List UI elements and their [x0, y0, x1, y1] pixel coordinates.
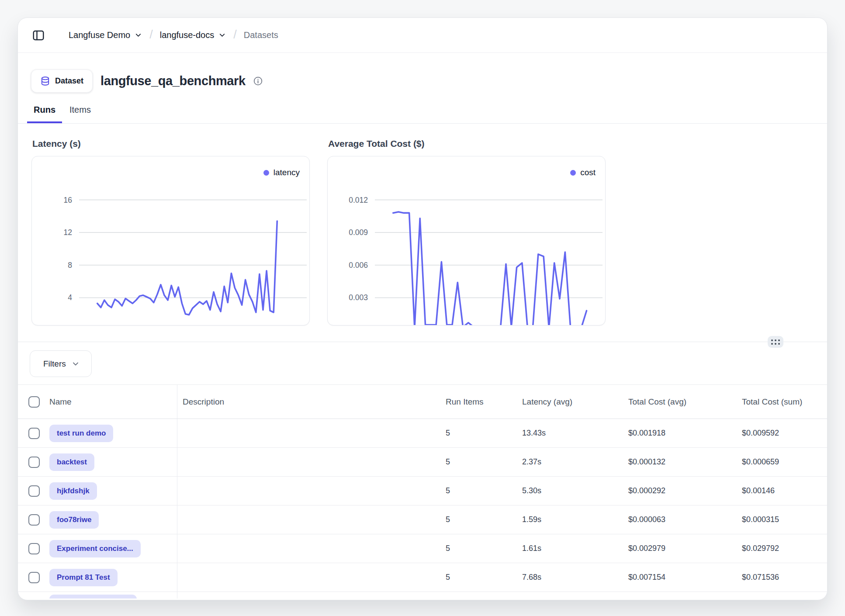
dataset-type-badge: Dataset: [31, 69, 93, 93]
run-total-cost-avg: $0.001918: [628, 429, 742, 438]
run-latency-avg: 1.59s: [522, 515, 628, 524]
charts-section: Latency (s) 161284 latency Average Total…: [18, 124, 827, 325]
breadcrumb-org-label: Langfuse Demo: [69, 30, 130, 40]
run-latency-avg: 5.30s: [522, 486, 628, 495]
svg-text:8: 8: [68, 261, 72, 270]
run-latency-avg: 7.68s: [522, 573, 628, 582]
run-total-cost-sum: $0.000659: [742, 457, 827, 467]
run-name-cell: [18, 592, 177, 599]
svg-text:4: 4: [68, 293, 72, 302]
tab-bar: Runs Items: [18, 105, 827, 124]
latency-chart-block: Latency (s) 161284 latency: [31, 138, 310, 325]
latency-chart-plot: 161284: [32, 156, 309, 325]
svg-text:12: 12: [64, 228, 72, 237]
table-row: foo78riwe51.59s$0.000063$0.000315: [18, 505, 827, 534]
run-total-cost-avg: $0.000132: [628, 457, 742, 467]
breadcrumb: Langfuse Demo / langfuse-docs / Datasets: [69, 28, 278, 42]
row-checkbox[interactable]: [28, 428, 40, 439]
legend-dot-icon: [570, 170, 576, 176]
dataset-badge-label: Dataset: [55, 76, 83, 86]
svg-text:0.006: 0.006: [349, 261, 368, 270]
filters-button[interactable]: Filters: [30, 350, 92, 377]
dataset-title-row: Dataset langfuse_qa_benchmark: [18, 53, 827, 93]
filters-row: Filters: [18, 350, 827, 377]
table-row: [18, 592, 827, 599]
run-name-badge[interactable]: test run demo: [49, 425, 113, 442]
run-latency-avg: 2.37s: [522, 457, 628, 467]
breadcrumb-project-label: langfuse-docs: [160, 30, 215, 40]
run-total-cost-avg: $0.000292: [628, 486, 742, 495]
tab-runs[interactable]: Runs: [27, 105, 62, 123]
run-name-cell: test run demo: [18, 419, 177, 447]
svg-text:0.003: 0.003: [349, 293, 368, 302]
filters-button-label: Filters: [43, 359, 66, 369]
run-name-badge[interactable]: hjkfdshjk: [49, 482, 97, 500]
svg-text:0.009: 0.009: [349, 228, 368, 237]
grip-dots-icon: [771, 339, 780, 345]
run-name-badge[interactable]: backtest: [49, 453, 94, 471]
breadcrumb-project[interactable]: langfuse-docs: [160, 30, 227, 40]
tab-items[interactable]: Items: [63, 105, 97, 123]
cost-chart-card: 0.0120.0090.0060.003 cost: [327, 156, 606, 325]
top-bar: Langfuse Demo / langfuse-docs / Datasets: [18, 18, 827, 53]
table-row: backtest52.37s$0.000132$0.000659: [18, 448, 827, 477]
run-items-count: 5: [446, 429, 522, 438]
breadcrumb-datasets[interactable]: Datasets: [244, 30, 278, 40]
legend-label: latency: [274, 168, 300, 177]
latency-chart-title: Latency (s): [32, 138, 310, 149]
cost-chart-title: Average Total Cost ($): [328, 138, 606, 149]
run-total-cost-avg: $0.000063: [628, 515, 742, 524]
chevron-down-icon: [71, 360, 80, 368]
table-row: Prompt 81 Test57.68s$0.007154$0.071536: [18, 563, 827, 592]
breadcrumb-separator: /: [233, 28, 237, 42]
run-total-cost-sum: $0.029792: [742, 544, 827, 553]
run-name-cell: Prompt 81 Test: [18, 563, 177, 592]
column-header-name: Name: [18, 385, 177, 419]
row-checkbox[interactable]: [28, 543, 40, 554]
run-total-cost-sum: $0.071536: [742, 573, 827, 582]
run-name-badge[interactable]: [49, 595, 137, 599]
database-icon: [40, 76, 50, 86]
table-row: Experiment concise...51.61s$0.002979$0.0…: [18, 534, 827, 563]
panel-divider: [18, 342, 827, 342]
run-name-badge[interactable]: Prompt 81 Test: [49, 569, 118, 586]
breadcrumb-datasets-label: Datasets: [244, 30, 278, 40]
table-header-row: Name Description Run Items Latency (avg)…: [18, 385, 827, 419]
run-name-cell: Experiment concise...: [18, 534, 177, 563]
app-window: Langfuse Demo / langfuse-docs / Datasets…: [17, 17, 828, 600]
sidebar-toggle-icon[interactable]: [32, 29, 45, 42]
column-header-total-cost-sum: Total Cost (sum): [742, 397, 827, 407]
run-items-count: 5: [446, 457, 522, 467]
cost-chart-legend: cost: [570, 168, 596, 177]
run-name-cell: hjkfdshjk: [18, 477, 177, 505]
run-name-badge[interactable]: foo78riwe: [49, 511, 99, 529]
latency-chart-legend: latency: [263, 168, 300, 177]
run-name-cell: foo78riwe: [18, 505, 177, 534]
runs-table: Name Description Run Items Latency (avg)…: [18, 384, 827, 599]
breadcrumb-org[interactable]: Langfuse Demo: [69, 30, 142, 40]
run-latency-avg: 1.61s: [522, 544, 628, 553]
info-icon[interactable]: [253, 76, 263, 86]
svg-text:16: 16: [64, 196, 72, 204]
select-all-checkbox[interactable]: [28, 396, 40, 408]
page-title: langfuse_qa_benchmark: [100, 74, 246, 88]
column-header-run-items: Run Items: [446, 397, 522, 407]
chevron-down-icon: [134, 31, 142, 39]
row-checkbox[interactable]: [28, 457, 40, 468]
row-checkbox[interactable]: [28, 485, 40, 497]
table-row: hjkfdshjk55.30s$0.000292$0.00146: [18, 477, 827, 505]
chevron-down-icon: [218, 31, 226, 39]
row-checkbox[interactable]: [28, 572, 40, 583]
row-checkbox[interactable]: [28, 514, 40, 526]
run-total-cost-avg: $0.007154: [628, 573, 742, 582]
legend-dot-icon: [263, 170, 269, 176]
run-total-cost-sum: $0.000315: [742, 515, 827, 524]
cost-chart-block: Average Total Cost ($) 0.0120.0090.0060.…: [327, 138, 606, 325]
run-total-cost-avg: $0.002979: [628, 544, 742, 553]
run-name-badge[interactable]: Experiment concise...: [49, 540, 141, 557]
panel-resize-handle[interactable]: [768, 336, 783, 348]
column-header-total-cost-avg: Total Cost (avg): [628, 397, 742, 407]
run-items-count: 5: [446, 573, 522, 582]
cost-chart-plot: 0.0120.0090.0060.003: [328, 156, 605, 325]
run-name-cell: backtest: [18, 448, 177, 476]
